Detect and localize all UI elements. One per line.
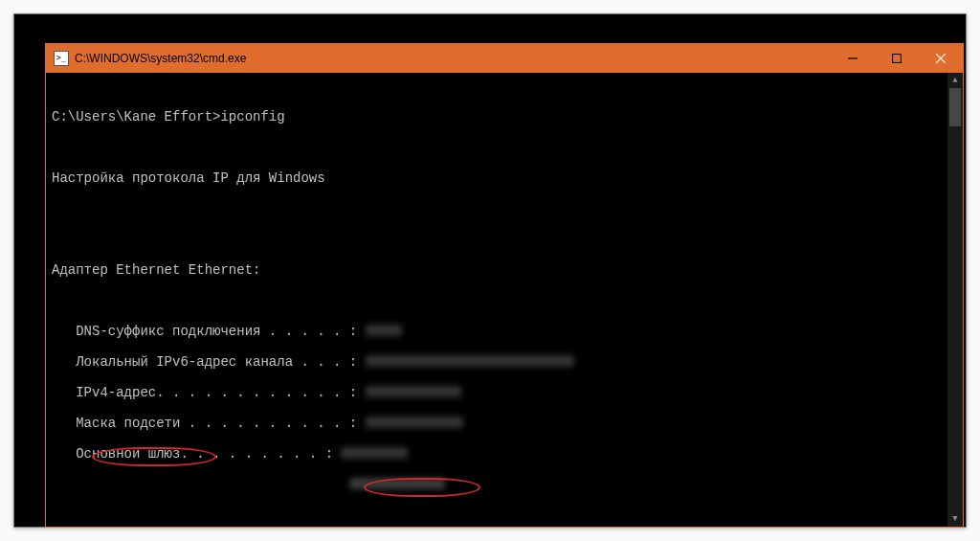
cmd-icon (54, 51, 69, 66)
screenshot-frame: C:\WINDOWS\system32\cmd.exe C:\Users\Kan… (13, 13, 967, 528)
cmd-window: C:\WINDOWS\system32\cmd.exe C:\Users\Kan… (45, 43, 964, 528)
scroll-down-icon[interactable]: ▼ (947, 511, 963, 527)
vertical-scrollbar[interactable]: ▲ ▼ (947, 73, 963, 527)
adapter1-title: Адаптер Ethernet Ethernet: (52, 262, 953, 278)
adapter1-ipv4: IPv4-адрес. . . . . . . . . . . . : (52, 385, 953, 400)
svg-rect-1 (893, 55, 902, 63)
adapter1-ipv6: Локальный IPv6-адрес канала . . . : (52, 354, 953, 370)
titlebar[interactable]: C:\WINDOWS\system32\cmd.exe (46, 44, 963, 73)
terminal-output[interactable]: C:\Users\Kane Effort>ipconfig Настройка … (46, 73, 963, 527)
scroll-thumb[interactable] (949, 88, 961, 126)
close-button[interactable] (919, 44, 963, 73)
adapter1-gateway: Основной шлюз. . . . . . . . . : (52, 446, 953, 462)
minimize-button[interactable] (831, 44, 875, 73)
prompt-line: C:\Users\Kane Effort>ipconfig (52, 109, 953, 124)
adapter1-dns-suffix: DNS-суффикс подключения . . . . . : (52, 324, 953, 339)
window-title: C:\WINDOWS\system32\cmd.exe (75, 52, 831, 65)
prompt-command: ipconfig (220, 109, 284, 124)
maximize-button[interactable] (875, 44, 919, 73)
window-buttons (831, 44, 963, 73)
ipconfig-header: Настройка протокола IP для Windows (52, 170, 953, 186)
prompt-path: C:\Users\Kane Effort> (52, 109, 220, 124)
scroll-up-icon[interactable]: ▲ (947, 73, 963, 88)
adapter1-mask: Маска подсети . . . . . . . . . . : (52, 416, 953, 431)
adapter1-gateway-ip (52, 477, 953, 492)
